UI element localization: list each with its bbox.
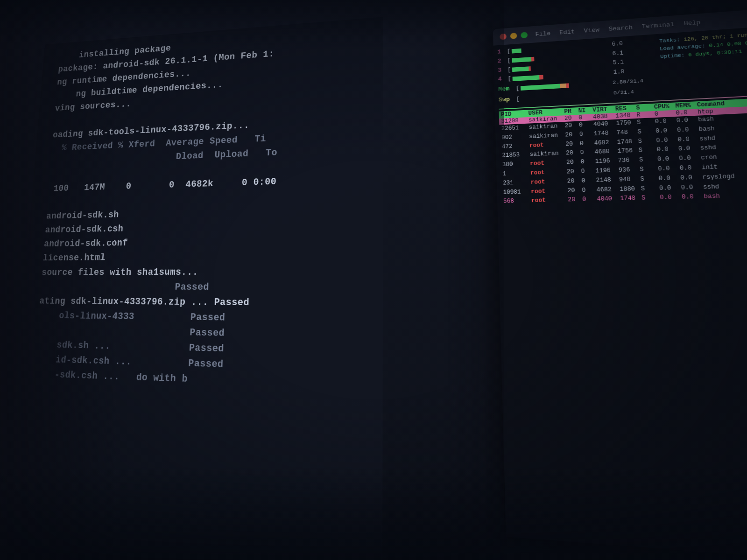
proc-mem: 0.0 [679,154,699,164]
proc-cpu: 0.0 [660,193,680,203]
proc-pri: 20 [565,130,578,140]
col-cpu: CPU% [654,103,673,111]
proc-mem: 0.0 [677,125,697,135]
proc-virt: 4682 [596,185,618,195]
proc-cpu: 0.0 [659,183,679,194]
proc-ni: 0 [581,167,594,176]
proc-user-root: root [530,168,565,178]
cpu-val-3: 5.1 [603,58,624,68]
menu-view[interactable]: View [584,26,599,34]
proc-pid: 902 [501,133,527,143]
proc-ni: 0 [579,139,592,149]
proc-res: 1748 [620,194,640,204]
htop-content: 1 [ 6.0 2 [ [493,26,747,560]
proc-pid: 380 [502,160,529,169]
proc-pid: 10981 [503,188,529,197]
proc-pri: 20 [566,149,578,159]
cpu-val-1: 6.0 [602,40,623,49]
proc-cpu: 0.0 [655,117,675,127]
maximize-button[interactable] [521,32,528,38]
proc-cmd: rsyslogd [702,171,747,183]
proc-s: S [638,146,655,156]
menu-search[interactable]: Search [608,24,633,32]
proc-virt: 2148 [596,175,617,186]
proc-s: S [640,165,656,175]
col-pid: PID [501,111,527,118]
bar-red [539,75,543,79]
proc-mem: 0.0 [676,116,696,126]
menu-file[interactable]: File [535,30,550,37]
bracket-l: [ [507,56,511,65]
swp-bar [521,91,611,101]
proc-virt: 1196 [595,166,617,176]
proc-pid: 1 [502,169,529,179]
proc-ni: 0 [581,176,594,186]
proc-pri: 20 [568,196,580,205]
cpu-num-4: 4 [498,75,507,84]
content-wrap: installing package package: android-sdk … [18,0,747,560]
proc-pri: 20 [565,140,578,149]
mem-val: 2.80/31.4 [613,77,644,87]
proc-cpu: 0.0 [656,145,677,155]
bar-red-mem [566,83,569,88]
close-button[interactable] [500,34,507,40]
cpu-val-4: 1.0 [604,68,625,77]
proc-ni: 0 [579,130,592,140]
proc-cpu: 0.0 [655,126,676,136]
proc-pri: 20 [564,121,577,131]
bar-red [531,57,535,62]
proc-ni: 0 [580,157,593,167]
bar-orange-mem [560,84,566,88]
proc-mem: 0.0 [681,183,701,193]
proc-s: S [639,155,656,166]
proc-s: S [641,184,657,194]
menu-help[interactable]: Help [684,19,701,27]
proc-cmd-pink: bash [704,190,747,202]
screen: installing package package: android-sdk … [0,0,747,560]
proc-res: 736 [618,156,637,166]
proc-user-root: root [530,177,565,187]
proc-virt: 1196 [595,157,616,167]
bar-green [512,66,529,72]
proc-pid: 472 [502,141,528,152]
swp-label: Swp [499,94,516,105]
left-terminal: installing package package: android-sdk … [2,17,383,560]
proc-cpu: 0.0 [657,154,677,165]
col-mem: MEM% [675,102,695,109]
col-res: RES [615,105,634,112]
htop-right-stats: Tasks: 126, 28 thr; 1 running Load avera… [659,29,747,98]
proc-pri: 20 [567,186,580,196]
proc-cmd: sshd [703,181,747,192]
bar-green [512,75,539,81]
col-virt: VIRT [592,106,613,113]
col-pri: PR [564,108,577,115]
proc-mem: 0.0 [680,173,701,183]
menu-edit[interactable]: Edit [559,28,575,36]
bar-green [512,49,521,54]
proc-s: S [637,127,654,137]
proc-pid: 22651 [501,124,527,134]
terminal-line: license.html [37,248,369,266]
proc-virt: 4680 [594,147,616,158]
bracket-l: [ [507,47,511,56]
cpu-val-2: 6.1 [603,49,624,59]
proc-res: 1880 [620,184,639,195]
proc-res: 1748 [617,137,636,147]
proc-s: S [641,194,658,204]
proc-res: 1750 [616,119,635,129]
proc-user-root: root [531,186,566,196]
menu-terminal[interactable]: Terminal [641,21,675,30]
bracket-l: [ [507,74,512,84]
bracket-l: [ [515,83,520,94]
proc-res: 748 [616,128,636,138]
minimize-button[interactable] [510,33,517,39]
proc-pri: 20 [566,158,579,168]
cpu-num-1: 1 [497,47,507,57]
proc-s: S [640,175,657,185]
cpu-num-2: 2 [497,56,507,66]
right-panel: File Edit View Search Terminal Help 1 [493,8,747,560]
proc-user: saikiran [529,149,564,160]
proc-pid: 21853 [502,151,528,161]
proc-pri: 20 [566,168,579,177]
proc-ni: 0 [582,186,595,196]
